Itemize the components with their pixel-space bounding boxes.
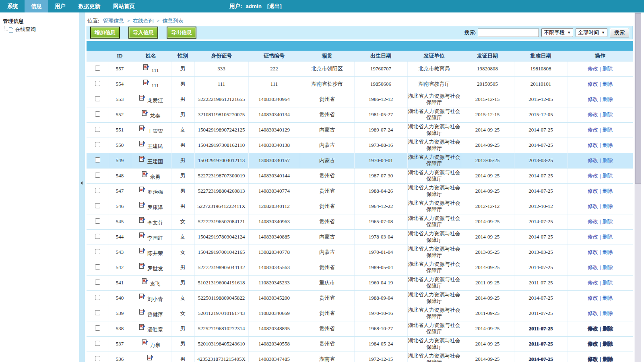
edit-link[interactable]: 修改 bbox=[588, 127, 598, 133]
delete-link[interactable]: 删除 bbox=[603, 203, 613, 209]
delete-link[interactable]: 删除 bbox=[603, 111, 613, 117]
row-checkbox[interactable] bbox=[95, 264, 100, 269]
delete-link[interactable]: 删除 bbox=[603, 280, 613, 286]
sidebar-splitter[interactable] bbox=[79, 12, 85, 362]
cell-native-place: 贵州省 bbox=[300, 107, 354, 122]
row-checkbox[interactable] bbox=[95, 356, 100, 361]
row-checkbox[interactable] bbox=[95, 325, 100, 331]
row-checkbox[interactable] bbox=[95, 280, 100, 285]
row-checkbox[interactable] bbox=[95, 188, 100, 193]
tab-system[interactable]: 系统 bbox=[1, 0, 25, 12]
tab-user[interactable]: 用户 bbox=[48, 0, 72, 12]
cell-certificate-number: 140830345563 bbox=[248, 260, 300, 275]
delete-link[interactable]: 删除 bbox=[603, 81, 613, 87]
row-checkbox[interactable] bbox=[95, 127, 100, 132]
row-checkbox[interactable] bbox=[95, 249, 100, 254]
breadcrumb-item-3[interactable]: 信息列表 bbox=[163, 18, 184, 24]
edit-link[interactable]: 修改 bbox=[588, 188, 598, 194]
cell-id: 548 bbox=[109, 168, 131, 183]
edit-link[interactable]: 修改 bbox=[588, 325, 598, 331]
edit-link[interactable]: 修改 bbox=[588, 66, 598, 72]
export-info-button[interactable]: 导出信息 bbox=[167, 27, 196, 39]
row-checkbox[interactable] bbox=[95, 111, 100, 117]
edit-link[interactable]: 修改 bbox=[588, 295, 598, 301]
cell-approve-date: 2011-07-25 bbox=[514, 306, 568, 321]
tab-info[interactable]: 信息 bbox=[25, 0, 48, 12]
name-with-icon: 王雪雪 bbox=[139, 125, 163, 135]
delete-link[interactable]: 删除 bbox=[603, 96, 613, 102]
row-checkbox[interactable] bbox=[95, 310, 100, 315]
row-checkbox[interactable] bbox=[95, 81, 100, 86]
edit-link[interactable]: 修改 bbox=[588, 341, 598, 347]
delete-link[interactable]: 删除 bbox=[603, 66, 613, 72]
edit-link[interactable]: 修改 bbox=[588, 173, 598, 179]
row-checkbox[interactable] bbox=[95, 295, 100, 300]
row-checkbox[interactable] bbox=[95, 234, 100, 239]
row-checkbox[interactable] bbox=[95, 157, 100, 162]
delete-link[interactable]: 删除 bbox=[603, 295, 613, 301]
table-row: 546罗康泽男52272319641222411X120820340112贵州省… bbox=[87, 199, 633, 214]
edit-link[interactable]: 修改 bbox=[588, 234, 598, 240]
delete-link[interactable]: 删除 bbox=[603, 310, 613, 316]
name-with-icon: 111 bbox=[143, 79, 159, 89]
row-checkbox[interactable] bbox=[95, 173, 100, 178]
delete-link[interactable]: 删除 bbox=[603, 157, 613, 163]
row-checkbox[interactable] bbox=[95, 341, 100, 346]
delete-link[interactable]: 删除 bbox=[603, 264, 613, 270]
delete-link[interactable]: 删除 bbox=[603, 218, 613, 224]
breadcrumb-item-1[interactable]: 管理信息 bbox=[103, 18, 124, 24]
row-checkbox[interactable] bbox=[95, 66, 100, 71]
cell-id-card-number: 150429197308162110 bbox=[194, 138, 248, 153]
edit-link[interactable]: 修改 bbox=[588, 310, 598, 316]
edit-link[interactable]: 修改 bbox=[588, 356, 598, 362]
edit-link[interactable]: 修改 bbox=[588, 142, 598, 148]
tab-site-home[interactable]: 网站首页 bbox=[107, 0, 141, 12]
delete-link[interactable]: 删除 bbox=[603, 325, 613, 331]
vertical-scrollbar[interactable] bbox=[634, 12, 641, 362]
edit-link[interactable]: 修改 bbox=[588, 280, 598, 286]
search-button[interactable]: 搜索 bbox=[610, 28, 629, 37]
delete-link[interactable]: 删除 bbox=[603, 188, 613, 194]
delete-link[interactable]: 删除 bbox=[603, 127, 613, 133]
row-select-cell bbox=[87, 92, 109, 107]
delete-link[interactable]: 删除 bbox=[603, 249, 613, 255]
import-info-button[interactable]: 导入信息 bbox=[128, 27, 158, 39]
time-filter-select[interactable]: 全部时间 ▼ bbox=[576, 28, 607, 37]
edit-link[interactable]: 修改 bbox=[588, 218, 598, 224]
delete-link[interactable]: 删除 bbox=[603, 173, 613, 179]
cell-issue-date: 20150505 bbox=[461, 76, 514, 92]
edit-link[interactable]: 修改 bbox=[588, 157, 598, 163]
edit-link[interactable]: 修改 bbox=[588, 81, 598, 87]
row-checkbox[interactable] bbox=[95, 218, 100, 224]
scrollbar-thumb[interactable] bbox=[635, 13, 641, 184]
edit-link[interactable]: 修改 bbox=[588, 203, 598, 209]
edit-link[interactable]: 修改 bbox=[588, 249, 598, 255]
table-row: 536男42352318731215405X140830347485湖南省197… bbox=[87, 352, 633, 362]
cell-certificate-number: 140830340885 bbox=[248, 229, 300, 245]
collapse-arrow-icon[interactable] bbox=[80, 181, 83, 185]
cell-native-place: 重庆市 bbox=[300, 275, 354, 290]
add-info-button[interactable]: 增加信息 bbox=[90, 27, 120, 39]
cell-name: 罗世发 bbox=[131, 260, 171, 275]
edit-link[interactable]: 修改 bbox=[588, 264, 598, 270]
search-input[interactable] bbox=[478, 29, 539, 37]
edit-link[interactable]: 修改 bbox=[588, 96, 598, 102]
delete-link[interactable]: 删除 bbox=[603, 142, 613, 148]
delete-link[interactable]: 删除 bbox=[603, 234, 613, 240]
sidebar-item-online-query[interactable]: 在线查询 bbox=[0, 26, 79, 33]
edit-link[interactable]: 修改 bbox=[588, 111, 598, 117]
breadcrumb-item-2[interactable]: 在线查询 bbox=[133, 18, 154, 24]
cell-certificate-number: 110820340669 bbox=[248, 306, 300, 321]
cell-issue-date: 19820808 bbox=[461, 61, 514, 76]
id-sort-link[interactable]: ID bbox=[117, 53, 122, 59]
row-checkbox[interactable] bbox=[95, 142, 100, 147]
logout-link[interactable]: [退出] bbox=[267, 3, 282, 9]
field-filter-select[interactable]: 不限字段 ▼ bbox=[541, 28, 573, 37]
cell-id: 536 bbox=[109, 352, 131, 362]
delete-link[interactable]: 删除 bbox=[603, 341, 613, 347]
row-checkbox[interactable] bbox=[95, 96, 100, 101]
delete-link[interactable]: 删除 bbox=[603, 356, 613, 362]
cell-gender: 女 bbox=[171, 290, 194, 306]
tab-data-update[interactable]: 数据更新 bbox=[72, 0, 107, 12]
row-checkbox[interactable] bbox=[95, 203, 100, 208]
